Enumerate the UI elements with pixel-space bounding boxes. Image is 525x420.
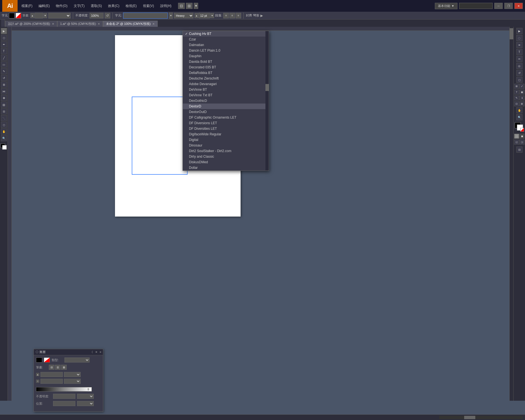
- shape-tool[interactable]: ▭: [1, 61, 7, 68]
- right-gradient-icon[interactable]: ◱: [514, 140, 519, 145]
- text-box-selection[interactable]: [132, 97, 188, 175]
- right-hand-icon[interactable]: ✋: [516, 107, 522, 113]
- font-list-item[interactable]: ✓Cushing Hv BT: [183, 31, 269, 37]
- paintbrush-tool[interactable]: ✎: [1, 68, 7, 74]
- rotate-tool[interactable]: ↺: [1, 75, 7, 81]
- right-pencil-icon[interactable]: ✏: [516, 56, 522, 62]
- menu-effects[interactable]: 效果(C): [106, 3, 122, 9]
- font-list-item[interactable]: Dollar: [183, 165, 269, 171]
- close-button[interactable]: ✕: [514, 3, 523, 9]
- menu-help[interactable]: 說明(H): [158, 3, 174, 9]
- direct-select-tool[interactable]: ◻: [1, 35, 7, 41]
- right-pen-icon[interactable]: ✒: [516, 42, 522, 48]
- font-dropdown-arrow[interactable]: ▼: [169, 13, 173, 19]
- menu-file[interactable]: 檔案(F): [19, 3, 35, 9]
- layers-collapse-btn[interactable]: 《: [90, 350, 93, 354]
- right-crop-icon[interactable]: ⊡: [514, 101, 519, 106]
- right-type-icon[interactable]: T: [516, 49, 522, 55]
- right-artboard-icon[interactable]: ⊟: [516, 147, 522, 153]
- minimize-button[interactable]: ─: [494, 3, 503, 9]
- artboard-tool[interactable]: ⊟: [1, 108, 7, 114]
- basic-func-button[interactable]: 基本功能 ▼: [435, 3, 457, 9]
- column-chart-tool[interactable]: ▤: [1, 102, 7, 108]
- dropdown-icon[interactable]: ▼: [194, 3, 198, 9]
- right-lasso-icon[interactable]: ◌: [516, 35, 522, 41]
- stroke-value-input[interactable]: [35, 13, 43, 18]
- canvas-horizontal-thumb[interactable]: [464, 416, 475, 419]
- font-scrollbar-thumb[interactable]: [265, 84, 269, 91]
- right-zoom-icon[interactable]: 🔍: [516, 114, 522, 120]
- menu-window[interactable]: 視窗(V): [141, 3, 156, 9]
- font-size-input[interactable]: [199, 13, 210, 18]
- align-right-icon[interactable]: ≡: [236, 13, 241, 18]
- layers-black-swatch[interactable]: [36, 357, 42, 363]
- font-list-item[interactable]: Adobe Devanagari: [183, 81, 269, 87]
- menu-object[interactable]: 物件(O): [54, 3, 69, 9]
- font-name-input[interactable]: Cushing Hv BT: [123, 13, 168, 19]
- type-tool[interactable]: T: [1, 48, 7, 54]
- font-list-item[interactable]: Decorated 035 BT: [183, 64, 269, 70]
- right-chart-icon[interactable]: ▣: [519, 90, 524, 95]
- right-grid-icon[interactable]: ⊞: [514, 84, 519, 89]
- font-list-item[interactable]: DextorD: [183, 104, 269, 109]
- slice-tool[interactable]: ⋱: [1, 115, 7, 121]
- paint-btn-1[interactable]: ▤: [49, 365, 54, 370]
- font-weight-select[interactable]: Heavy: [174, 13, 193, 18]
- stroke-down-btn[interactable]: ▼: [43, 13, 47, 18]
- hand-tool[interactable]: ✋: [1, 128, 7, 135]
- font-scrollbar[interactable]: [265, 31, 269, 171]
- font-list-item[interactable]: Czar: [183, 37, 269, 42]
- font-list-item[interactable]: Dauphin: [183, 53, 269, 59]
- right-bg-icon[interactable]: ◻: [514, 134, 519, 139]
- canvas-vertical-scrollbar[interactable]: [509, 27, 513, 401]
- search-input[interactable]: [459, 3, 493, 9]
- line-tool[interactable]: ╱: [1, 55, 7, 61]
- right-select-icon[interactable]: ▶: [516, 28, 522, 34]
- font-list-item[interactable]: Dalmatian: [183, 42, 269, 48]
- tab-close-design[interactable]: ✕: [52, 22, 54, 25]
- position-select[interactable]: [77, 401, 94, 406]
- right-blur-icon[interactable]: ◎: [516, 63, 522, 69]
- right-arrow-icon[interactable]: ▶: [260, 14, 264, 18]
- blend-tool[interactable]: ⋈: [1, 88, 7, 94]
- size-up-btn[interactable]: ▲: [195, 13, 198, 18]
- font-list[interactable]: ✓Cushing Hv BT Czar Dalmatian Dancin LET…: [183, 31, 269, 171]
- layers-close-btn[interactable]: ✕: [95, 351, 97, 354]
- align-left-icon[interactable]: ≡: [223, 13, 229, 18]
- scale-tool[interactable]: ⊞: [1, 81, 7, 88]
- font-list-item[interactable]: Dinosaur: [183, 143, 269, 148]
- tab-unnamed[interactable]: 未命名-2* @ 100% (CMYK/預視) ✕: [103, 21, 158, 27]
- opacity-select[interactable]: [77, 394, 94, 399]
- opacity-value-input[interactable]: [53, 394, 75, 399]
- value-input[interactable]: [40, 379, 63, 384]
- font-list-item[interactable]: Digital: [183, 137, 269, 143]
- font-list-item[interactable]: DeVinne Txt BT: [183, 92, 269, 98]
- canvas-horizontal-scrollbar[interactable]: [439, 416, 523, 419]
- font-list-item[interactable]: Dancin LET Plain:1.0: [183, 48, 269, 53]
- selection-tool[interactable]: ▶: [1, 28, 7, 34]
- layers-menu-btn[interactable]: ≡: [100, 351, 101, 354]
- menu-text[interactable]: 文字(T): [71, 3, 87, 9]
- font-list-item[interactable]: DigifaceWide Regular: [183, 131, 269, 137]
- font-list-item[interactable]: DeVinne BT: [183, 87, 269, 92]
- font-list-item[interactable]: DellaRobbia BT: [183, 70, 269, 76]
- font-list-item[interactable]: DF Diversities LET: [183, 126, 269, 131]
- arrange-icon[interactable]: ⊟: [178, 3, 185, 9]
- tab-close-1ai[interactable]: ✕: [98, 22, 100, 25]
- triangle-select[interactable]: [64, 372, 81, 377]
- font-list-item[interactable]: Deutsche Zierschrift: [183, 76, 269, 81]
- font-list-item[interactable]: DexGothicD: [183, 98, 269, 104]
- font-list-item[interactable]: DF Diversions LET: [183, 120, 269, 126]
- right-eraser-icon[interactable]: ◻: [516, 77, 522, 83]
- stroke-color[interactable]: [2, 145, 7, 150]
- layers-diag-swatch[interactable]: [44, 357, 50, 363]
- font-list-item[interactable]: Dirt2 SoulStalker - Dirt2.com: [183, 148, 269, 154]
- menu-select[interactable]: 選取(S): [88, 3, 104, 9]
- eraser-tool[interactable]: ◻: [1, 122, 7, 128]
- menu-edit[interactable]: 編輯(E): [36, 3, 52, 9]
- right-fg-icon[interactable]: ◼: [519, 134, 524, 139]
- paint-btn-3[interactable]: ▦: [61, 365, 67, 370]
- grid-icon[interactable]: ⊞: [186, 3, 193, 9]
- menu-view[interactable]: 檢視(E): [123, 3, 139, 9]
- tab-1ai[interactable]: 1.ai* @ 50% (CMYK/預視) ✕: [57, 21, 103, 27]
